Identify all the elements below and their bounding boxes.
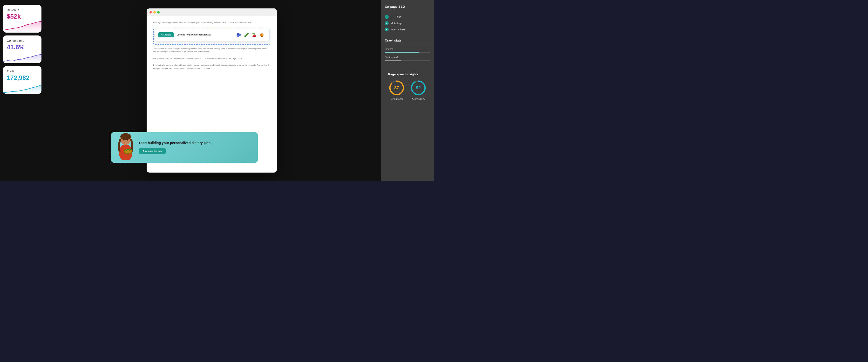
food-icon-blueberry: 🫐	[235, 32, 242, 38]
left-panel: Revenue $52k Conversions 41.6%	[0, 0, 42, 181]
svg-point-3	[123, 139, 125, 141]
crawl-item-not-indexed: Not indexed	[385, 56, 430, 61]
performance-metric: 87 Performance	[388, 79, 405, 101]
accessibility-value: 92	[416, 85, 421, 90]
revenue-label: Revenue	[7, 8, 38, 12]
right-panel: On-page SEO URL slug Meta tags Internal …	[381, 0, 434, 181]
seo-section: On-page SEO URL slug Meta tags Internal …	[385, 5, 430, 34]
progress-bar-indexed-bg	[385, 52, 430, 53]
traffic-card: Traffic 172,982	[3, 66, 41, 94]
revenue-card: Revenue $52k	[3, 5, 41, 33]
performance-gauge: 87	[388, 79, 405, 96]
paragraph-2: These labels are more than just a list o…	[153, 47, 270, 54]
seo-item-meta-tags: Meta tags	[385, 21, 430, 25]
center-panel: In today's world of processed foods and …	[42, 0, 381, 181]
progress-bar-not-indexed-bg	[385, 60, 430, 61]
revenue-chart	[3, 19, 41, 33]
seo-section-title: On-page SEO	[385, 5, 430, 8]
seo-label-meta-tags: Meta tags	[391, 22, 402, 25]
paragraph-1: In today's world of processed foods and …	[153, 21, 270, 24]
scene: Revenue $52k Conversions 41.6%	[0, 0, 434, 181]
app-promo-container: Start building your personalized dietary…	[110, 129, 259, 167]
accessibility-metric: 92 Accessibility	[410, 79, 427, 101]
promo-person	[116, 132, 135, 159]
traffic-chart	[3, 81, 41, 94]
seo-item-url-slug: URL slug	[385, 15, 430, 19]
food-icon-cherry: 🍒	[251, 32, 257, 38]
crawl-label-indexed: Indexed	[385, 48, 430, 51]
conversions-label: Conversions	[7, 39, 38, 43]
promo-title: Start building your personalized dietary…	[139, 141, 253, 145]
maximize-button-dot[interactable]	[157, 11, 160, 13]
check-icon-meta-tags	[385, 21, 389, 25]
read-more-button[interactable]: Read more	[158, 32, 174, 37]
seo-divider	[385, 12, 430, 12]
read-more-text: Looking for healthy snack ideas?	[177, 33, 232, 36]
browser-toolbar	[147, 8, 277, 16]
read-more-dashed-box: Read more Looking for healthy snack idea…	[153, 28, 270, 45]
crawl-stats-title: Crawl stats	[385, 38, 430, 42]
conversions-chart	[3, 50, 41, 63]
crawl-label-not-indexed: Not indexed	[385, 56, 430, 59]
download-app-button[interactable]: Download the app	[139, 148, 166, 154]
accessibility-label: Accessibility	[412, 98, 425, 101]
performance-value: 87	[394, 85, 399, 90]
seo-label-url-slug: URL slug	[391, 16, 401, 18]
crawl-stats-section: Crawl stats Indexed Not indexed	[385, 38, 430, 64]
conversions-card: Conversions 41.6%	[3, 35, 41, 63]
promo-text: Start building your personalized dietary…	[139, 141, 253, 154]
app-promo-card: Start building your personalized dietary…	[111, 132, 258, 163]
crawl-divider	[385, 44, 430, 45]
crawl-item-indexed: Indexed	[385, 48, 430, 53]
close-button-dot[interactable]	[150, 11, 152, 13]
speed-metrics: 87 Performance 92 Accessibility	[388, 79, 427, 101]
traffic-label: Traffic	[7, 69, 38, 73]
check-icon-internal-links	[385, 28, 389, 31]
paragraph-4: By learning to read and interpret these …	[153, 63, 270, 70]
performance-label: Performance	[390, 98, 403, 101]
progress-bar-indexed-fill	[385, 52, 419, 53]
person-svg	[116, 132, 135, 160]
seo-item-internal-links: Internal links	[385, 28, 430, 31]
paragraph-3: Many people overlook key details on nutr…	[153, 57, 270, 60]
page-speed-title: Page speed insights	[388, 73, 427, 76]
page-speed-section: Page speed insights 87 Performance	[385, 69, 430, 104]
svg-point-4	[127, 139, 128, 141]
svg-point-2	[120, 133, 131, 140]
check-icon-url-slug	[385, 15, 389, 19]
promo-dashed-box: Start building your personalized dietary…	[110, 131, 259, 164]
minimize-button-dot[interactable]	[153, 11, 156, 13]
food-icons: 🫐 🥒 🍒 🍯	[235, 32, 265, 38]
progress-bar-not-indexed-fill	[385, 60, 401, 61]
read-more-banner: Read more Looking for healthy snack idea…	[155, 29, 269, 41]
food-icon-honey: 🍯	[258, 32, 265, 38]
accessibility-gauge: 92	[410, 79, 427, 96]
seo-label-internal-links: Internal links	[391, 28, 406, 31]
food-icon-cucumber: 🥒	[243, 32, 250, 38]
